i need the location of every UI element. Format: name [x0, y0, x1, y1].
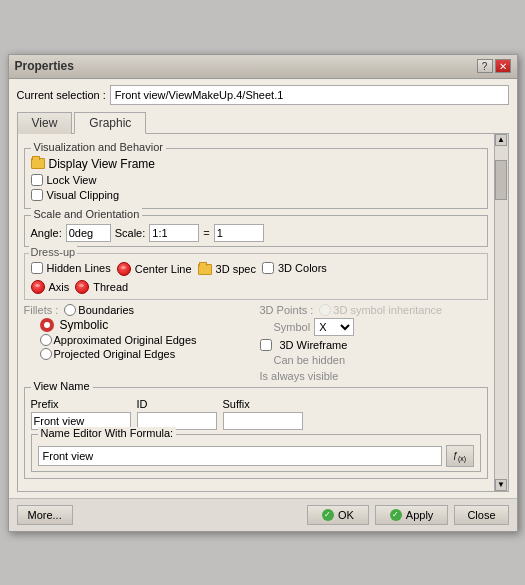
projected-radio[interactable] — [40, 348, 52, 360]
apply-icon: ✓ — [390, 509, 402, 521]
current-selection-row: Current selection : — [17, 85, 509, 105]
window-title: Properties — [15, 59, 74, 73]
thread-icon — [75, 280, 89, 294]
symbolic-radio-inner — [44, 322, 50, 328]
scroll-down-arrow[interactable]: ▼ — [495, 479, 507, 491]
tab-graphic[interactable]: Graphic — [74, 112, 146, 134]
approx-radio[interactable] — [40, 334, 52, 346]
prefix-label: Prefix — [31, 398, 131, 410]
visual-clipping-checkbox[interactable] — [31, 189, 43, 201]
symbol-3d-label: 3D symbol inheritance — [333, 304, 442, 316]
always-visible-text: Is always visible — [260, 370, 339, 382]
projected-row: Projected Original Edges — [40, 348, 252, 360]
view-name-section: View Name Prefix ID Suffix — [24, 387, 488, 479]
colors-3d-checkbox[interactable] — [262, 262, 274, 274]
axis-icon — [31, 280, 45, 294]
approx-row: Approximated Original Edges — [40, 334, 252, 346]
3dpts-row: 3D Points : 3D symbol inheritance — [260, 304, 488, 316]
scrollbar-thumb[interactable] — [495, 160, 507, 200]
hidden-lines-row: Hidden Lines — [31, 262, 111, 274]
equals-sign: = — [203, 227, 209, 239]
title-bar: Properties ? ✕ — [9, 55, 517, 79]
pfi-row: Prefix ID Suffix — [31, 398, 481, 430]
folder-icon-display — [31, 158, 45, 169]
fillets-header-row: Fillets : Boundaries — [24, 304, 252, 316]
lock-view-row: Lock View — [31, 174, 481, 186]
symbol-3d-option: 3D symbol inheritance — [319, 304, 442, 316]
display-view-frame-icon-wrap — [31, 158, 45, 169]
apply-label: Apply — [406, 509, 434, 521]
name-editor-section: Name Editor With Formula: ƒ(x) — [31, 434, 481, 472]
view-name-title: View Name — [31, 380, 93, 392]
ok-button[interactable]: ✓ OK — [307, 505, 369, 525]
formula-button[interactable]: ƒ(x) — [446, 445, 474, 467]
symbol-3d-radio[interactable] — [319, 304, 331, 316]
bottom-bar: More... ✓ OK ✓ Apply Close — [9, 498, 517, 531]
lock-view-label: Lock View — [47, 174, 97, 186]
current-selection-input[interactable] — [110, 85, 509, 105]
can-be-hidden-text: Can be hidden — [274, 354, 346, 366]
symbolic-row: Symbolic — [40, 318, 252, 332]
help-button[interactable]: ? — [477, 59, 493, 73]
boundaries-label: Boundaries — [78, 304, 134, 316]
axis-item: Axis — [31, 280, 70, 294]
scale-right-input[interactable] — [214, 224, 264, 242]
display-view-frame-row: Display View Frame — [31, 157, 481, 171]
dress-up-label: Dress-up — [29, 246, 78, 258]
suffix-input[interactable] — [223, 412, 303, 430]
colors-3d-row: 3D Colors — [262, 262, 327, 274]
symbol-row: Symbol X — [274, 318, 488, 336]
spec-3d-icon — [198, 264, 212, 275]
suffix-col: Suffix — [223, 398, 303, 430]
scale-input[interactable] — [149, 224, 199, 242]
axis-thread-row: Axis Thread — [31, 280, 481, 294]
lock-view-checkbox[interactable] — [31, 174, 43, 186]
ok-label: OK — [338, 509, 354, 521]
id-label: ID — [137, 398, 217, 410]
fillets-3dpts-row: Fillets : Boundaries Symbolic — [24, 304, 488, 383]
window-close-button[interactable]: ✕ — [495, 59, 511, 73]
3dwireframe-checkbox[interactable] — [260, 339, 272, 351]
3dwireframe-label: 3D Wireframe — [280, 339, 348, 351]
boundaries-radio[interactable] — [64, 304, 76, 316]
fillets-right: 3D Points : 3D symbol inheritance Symbol… — [252, 304, 488, 383]
boundaries-option: Boundaries — [64, 304, 134, 316]
angle-label: Angle: — [31, 227, 62, 239]
scrollbar[interactable]: ▲ ▼ — [494, 134, 508, 491]
title-bar-buttons: ? ✕ — [477, 59, 511, 73]
ok-icon: ✓ — [322, 509, 334, 521]
tab-view[interactable]: View — [17, 112, 73, 134]
hidden-lines-label: Hidden Lines — [47, 262, 111, 274]
visual-clipping-label: Visual Clipping — [47, 189, 120, 201]
name-editor-title: Name Editor With Formula: — [38, 427, 177, 439]
tabs-bar: View Graphic — [17, 111, 509, 134]
hidden-lines-checkbox[interactable] — [31, 262, 43, 274]
center-line-icon — [117, 262, 131, 276]
3dpts-label: 3D Points : — [260, 304, 314, 316]
axis-label: Axis — [49, 281, 70, 293]
3dwireframe-row: 3D Wireframe — [260, 339, 488, 351]
prefix-col: Prefix — [31, 398, 131, 430]
properties-window: Properties ? ✕ Current selection : View … — [8, 54, 518, 532]
visualization-label: Visualization and Behavior — [31, 141, 166, 153]
symbolic-label: Symbolic — [60, 318, 109, 332]
approx-option: Approximated Original Edges — [40, 334, 252, 346]
close-action-button[interactable]: Close — [454, 505, 508, 525]
thread-item: Thread — [75, 280, 128, 294]
scroll-up-arrow[interactable]: ▲ — [495, 134, 507, 146]
id-col: ID — [137, 398, 217, 430]
panel: ▲ ▼ Visualization and Behavior Display V… — [17, 134, 509, 492]
spec-3d-item: 3D spec — [198, 263, 256, 275]
symbol-label: Symbol — [274, 321, 311, 333]
projected-label: Projected Original Edges — [54, 348, 176, 360]
symbol-dropdown[interactable]: X — [314, 318, 354, 336]
current-selection-label: Current selection : — [17, 89, 106, 101]
spec-3d-label: 3D spec — [216, 263, 256, 275]
formula-input[interactable] — [38, 446, 442, 466]
more-button[interactable]: More... — [17, 505, 73, 525]
apply-button[interactable]: ✓ Apply — [375, 505, 449, 525]
window-content: Current selection : View Graphic ▲ ▼ Vis… — [9, 79, 517, 498]
formula-row: ƒ(x) — [38, 445, 474, 467]
angle-input[interactable] — [66, 224, 111, 242]
formula-icon: ƒ(x) — [453, 450, 466, 462]
